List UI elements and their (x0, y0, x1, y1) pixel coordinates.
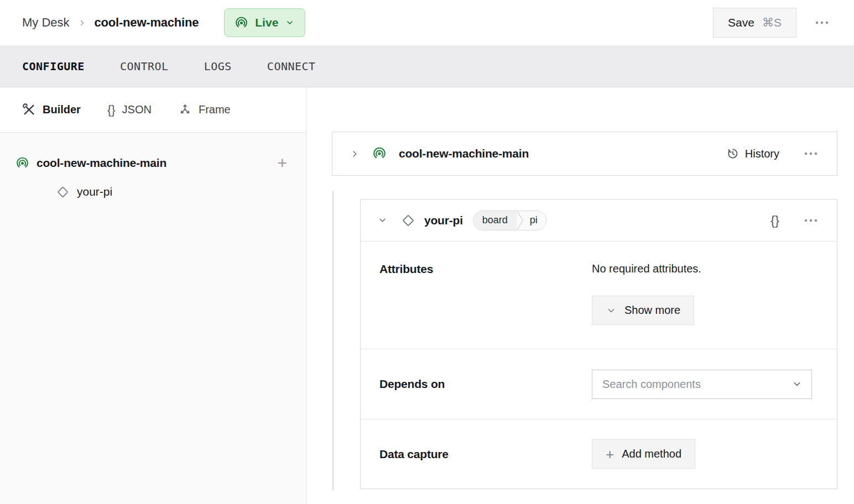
tree-component-label: your-pi (77, 185, 112, 198)
save-label: Save (728, 16, 754, 29)
machine-part-card: cool-new-machine-main History (332, 132, 837, 176)
attributes-section: Attributes No required attributes. Show … (361, 242, 837, 349)
show-more-button[interactable]: Show more (592, 296, 694, 325)
live-status-dropdown[interactable]: Live (224, 8, 305, 37)
chevron-down-icon (606, 305, 617, 316)
diamond-icon (401, 213, 415, 228)
save-button[interactable]: Save ⌘S (713, 8, 796, 38)
broadcast-icon (235, 16, 248, 30)
config-main-panel: cool-new-machine-main History your-pi (306, 87, 854, 504)
tree-item-machine[interactable]: cool-new-machine-main + (0, 148, 306, 178)
tree-item-component[interactable]: your-pi (0, 178, 306, 206)
diamond-icon (56, 185, 70, 199)
show-more-label: Show more (624, 304, 680, 317)
history-icon (726, 147, 740, 160)
topbar-actions: Save ⌘S (713, 8, 832, 38)
save-shortcut: ⌘S (762, 16, 782, 29)
content-area: Builder {} JSON Frame cool-new-machine-m… (0, 87, 854, 504)
app-root: My Desk cool-new-machine Live Save ⌘S CO… (0, 0, 854, 504)
badge-separator-icon (517, 211, 524, 230)
component-card-header: your-pi board pi {} (361, 200, 837, 242)
history-label: History (745, 148, 779, 160)
depends-on-label: Depends on (379, 377, 592, 391)
tab-control[interactable]: CONTROL (120, 60, 169, 73)
component-card-menu-button[interactable] (801, 211, 820, 230)
data-capture-section: Data capture + Add method (361, 419, 837, 489)
ellipsis-icon (803, 214, 819, 227)
data-capture-label: Data capture (379, 448, 592, 461)
json-label: JSON (122, 103, 152, 116)
main-nav-tabs: CONFIGURE CONTROL LOGS CONNECT (0, 45, 854, 87)
view-tab-builder[interactable]: Builder (22, 103, 81, 117)
ellipsis-icon (813, 16, 831, 29)
add-component-button[interactable]: + (277, 155, 287, 171)
component-model: pi (524, 211, 546, 230)
edit-json-button[interactable]: {} (770, 213, 779, 228)
builder-label: Builder (43, 103, 81, 116)
expand-machine-chevron[interactable] (350, 149, 360, 159)
chevron-down-icon (377, 215, 388, 225)
collapse-component-chevron[interactable] (377, 215, 388, 225)
tab-configure[interactable]: CONFIGURE (22, 60, 85, 73)
component-header-actions: {} (770, 211, 820, 230)
attributes-label: Attributes (379, 262, 592, 349)
attributes-content: No required attributes. Show more (592, 262, 818, 349)
broadcast-icon (372, 146, 387, 161)
config-view-switcher: Builder {} JSON Frame (0, 87, 306, 133)
component-title: your-pi (424, 214, 463, 227)
ellipsis-icon (803, 147, 819, 160)
config-sidebar: Builder {} JSON Frame cool-new-machine-m… (0, 87, 306, 504)
attributes-empty-text: No required attributes. (592, 262, 818, 275)
top-bar: My Desk cool-new-machine Live Save ⌘S (0, 0, 854, 45)
add-method-label: Add method (622, 448, 681, 460)
depends-on-select[interactable] (592, 370, 812, 399)
component-type-badge: board pi (473, 211, 546, 230)
tab-connect[interactable]: CONNECT (267, 60, 316, 73)
depends-on-section: Depends on (361, 349, 837, 419)
breadcrumb: My Desk cool-new-machine (22, 15, 199, 30)
view-tab-frame[interactable]: Frame (178, 103, 231, 117)
tree-machine-label: cool-new-machine-main (37, 156, 166, 170)
machine-name: cool-new-machine (95, 15, 199, 30)
component-type: board (473, 211, 517, 230)
broadcast-icon (15, 156, 29, 170)
tree-connector-line (332, 191, 334, 490)
chevron-down-icon (285, 18, 295, 28)
plus-icon: + (606, 447, 614, 461)
frame-label: Frame (199, 103, 231, 116)
machine-card-menu-button[interactable] (801, 144, 820, 164)
topbar-overflow-menu-button[interactable] (812, 13, 832, 33)
view-tab-json[interactable]: {} JSON (107, 103, 152, 117)
machine-part-title: cool-new-machine-main (399, 147, 529, 160)
tools-icon (22, 103, 36, 117)
search-components-input[interactable] (602, 378, 791, 391)
breadcrumb-parent-link[interactable]: My Desk (22, 15, 70, 30)
machine-tree: cool-new-machine-main + your-pi (0, 133, 306, 504)
live-status-label: Live (255, 16, 278, 29)
component-card: your-pi board pi {} (360, 199, 837, 489)
add-method-button[interactable]: + Add method (592, 439, 695, 469)
chevron-right-icon (350, 149, 360, 159)
braces-icon: {} (107, 103, 116, 117)
history-button[interactable]: History (726, 147, 779, 160)
tab-logs[interactable]: LOGS (204, 60, 232, 73)
breadcrumb-separator-icon (77, 18, 87, 28)
frame-axes-icon (178, 103, 192, 117)
chevron-down-icon (791, 379, 803, 390)
